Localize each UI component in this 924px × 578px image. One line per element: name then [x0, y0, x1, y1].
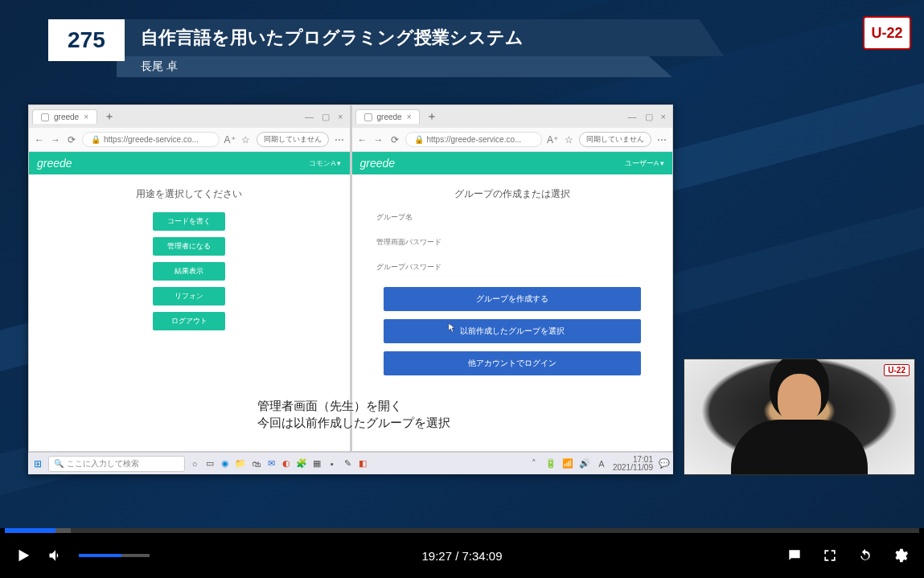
powerpoint-icon[interactable]: ◧ [357, 458, 368, 469]
chevron-up-icon[interactable]: ˄ [528, 458, 540, 469]
app-user-menu[interactable]: ユーザーA ▾ [625, 158, 664, 169]
taskbar-search[interactable]: 🔍 ここに入力して検索 [48, 456, 185, 472]
cortana-icon[interactable]: ○ [189, 458, 200, 469]
battery-icon[interactable]: 🔋 [545, 458, 556, 469]
url-field[interactable]: 🔒 https://greede-service.co... [405, 132, 543, 147]
volume-slider[interactable] [79, 554, 150, 557]
start-button[interactable]: ⊞ [31, 457, 44, 470]
reload-icon[interactable] [856, 547, 874, 564]
maximize-icon[interactable]: ▢ [645, 112, 653, 122]
blue-button-select-existing[interactable]: 以前作成したグループを選択 [384, 319, 641, 343]
explorer-icon[interactable]: 📁 [235, 458, 246, 469]
reload-icon[interactable]: ⟳ [66, 134, 77, 146]
read-aloud-icon[interactable]: A⁺ [547, 134, 558, 146]
time-display: 19:27 / 7:34:09 [421, 549, 502, 563]
app-name: greede [360, 157, 396, 170]
url-field[interactable]: 🔒 https://greede-service.co... [82, 132, 220, 147]
lock-icon: 🔒 [91, 135, 101, 144]
play-button[interactable] [14, 547, 32, 564]
browser-tab[interactable]: greede × [355, 109, 421, 124]
presentation-stage: 275 自作言語を用いたプログラミング授業システム 長尾 卓 U-22 gree… [0, 0, 924, 578]
read-aloud-icon[interactable]: A⁺ [224, 134, 236, 146]
reload-icon[interactable]: ⟳ [389, 134, 400, 146]
favorite-icon[interactable]: ☆ [240, 134, 252, 146]
form-label: グループ名 [376, 212, 649, 223]
favicon-icon [41, 113, 49, 121]
event-logo: U-22 [863, 16, 911, 50]
close-window-icon[interactable]: × [661, 112, 666, 122]
green-button[interactable]: 管理者になる [153, 237, 225, 256]
back-icon[interactable]: ← [357, 134, 368, 146]
task-view-icon[interactable]: ▭ [204, 458, 216, 469]
volume-tray-icon[interactable]: 🔊 [579, 458, 590, 469]
webcam-logo: U-22 [884, 364, 910, 376]
settings-icon[interactable] [892, 547, 910, 564]
volume-icon[interactable] [47, 547, 64, 564]
slide-caption: 管理者画面（先生）を開く 今回は以前作成したグループを選択 [257, 397, 450, 431]
favorite-icon[interactable]: ☆ [563, 134, 574, 146]
form-label: グループパスワード [376, 262, 649, 273]
tab-label: greede [377, 113, 402, 121]
lock-icon: 🔒 [414, 135, 424, 144]
title-banner: 275 自作言語を用いたプログラミング授業システム 長尾 卓 [0, 19, 724, 71]
tab-strip: greede × ＋ — ▢ × [352, 105, 673, 128]
windows-taskbar: ⊞ 🔍 ここに入力して検索 ○ ▭ ◉ 📁 🛍 ✉ ◐ 🧩 ▦ ▪ ✎ ◧ ˄ … [28, 452, 673, 474]
blue-button-other-account[interactable]: 他アカウントでログイン [384, 351, 641, 375]
tab-label: greede [54, 113, 79, 121]
form-label: 管理画面パスワード [376, 237, 649, 248]
browser-tab[interactable]: greede × [32, 109, 97, 124]
entry-author: 長尾 卓 [117, 56, 696, 77]
app-header: greede ユーザーA ▾ [352, 152, 673, 174]
chat-icon[interactable] [786, 547, 803, 564]
app-user-menu[interactable]: コモンA ▾ [309, 158, 341, 169]
presenter-webcam: U-22 [684, 359, 915, 475]
green-button[interactable]: 結果表示 [153, 262, 225, 281]
mail-icon[interactable]: ✉ [265, 458, 277, 469]
store-icon[interactable]: 🛍 [250, 458, 261, 469]
page-title: 用途を選択してください [45, 187, 334, 201]
new-tab-button[interactable]: ＋ [101, 109, 118, 124]
favicon-icon [364, 113, 372, 121]
notifications-icon[interactable]: 💬 [659, 458, 670, 469]
more-icon[interactable]: ⋯ [334, 134, 345, 146]
tab-strip: greede × ＋ — ▢ × [29, 105, 350, 128]
back-icon[interactable]: ← [34, 134, 45, 146]
app-header: greede コモンA ▾ [29, 152, 350, 174]
minimize-icon[interactable]: — [305, 112, 314, 122]
wifi-icon[interactable]: 📶 [562, 458, 573, 469]
new-tab-button[interactable]: ＋ [423, 109, 441, 124]
forward-icon[interactable]: → [50, 134, 61, 146]
cursor-icon [448, 322, 456, 334]
app-icon[interactable]: ✎ [342, 458, 353, 469]
app-icon[interactable]: 🧩 [296, 458, 307, 469]
blue-button-create[interactable]: グループを作成する [384, 287, 641, 311]
entry-number: 275 [48, 19, 125, 61]
green-button[interactable]: リフォン [153, 287, 225, 305]
sync-chip[interactable]: 同期していません [579, 132, 651, 147]
green-button[interactable]: コードを書く [153, 212, 225, 231]
green-button[interactable]: ログアウト [153, 312, 225, 330]
fullscreen-icon[interactable] [821, 547, 839, 564]
sync-chip[interactable]: 同期していません [257, 132, 329, 147]
entry-title: 自作言語を用いたプログラミング授業システム [117, 19, 724, 56]
close-window-icon[interactable]: × [338, 112, 343, 122]
ime-icon[interactable]: A [596, 458, 607, 469]
forward-icon[interactable]: → [373, 134, 384, 146]
terminal-icon[interactable]: ▪ [326, 458, 338, 469]
video-controls: 19:27 / 7:34:09 [0, 528, 924, 578]
address-bar: ← → ⟳ 🔒 https://greede-service.co... A⁺ … [29, 128, 350, 152]
more-icon[interactable]: ⋯ [656, 134, 667, 146]
address-bar: ← → ⟳ 🔒 https://greede-service.co... A⁺ … [352, 128, 673, 152]
app-icon[interactable]: ▦ [311, 458, 322, 469]
progress-bar[interactable] [5, 528, 919, 533]
search-icon: 🔍 [54, 459, 64, 468]
app-icon[interactable]: ◐ [281, 458, 292, 469]
app-name: greede [37, 157, 72, 170]
close-tab-icon[interactable]: × [84, 113, 88, 121]
minimize-icon[interactable]: — [628, 112, 637, 122]
close-tab-icon[interactable]: × [407, 113, 412, 121]
edge-icon[interactable]: ◉ [220, 458, 231, 469]
page-title: グループの作成または選択 [368, 187, 657, 201]
maximize-icon[interactable]: ▢ [322, 112, 330, 122]
clock[interactable]: 17:01 2021/11/09 [613, 456, 653, 472]
